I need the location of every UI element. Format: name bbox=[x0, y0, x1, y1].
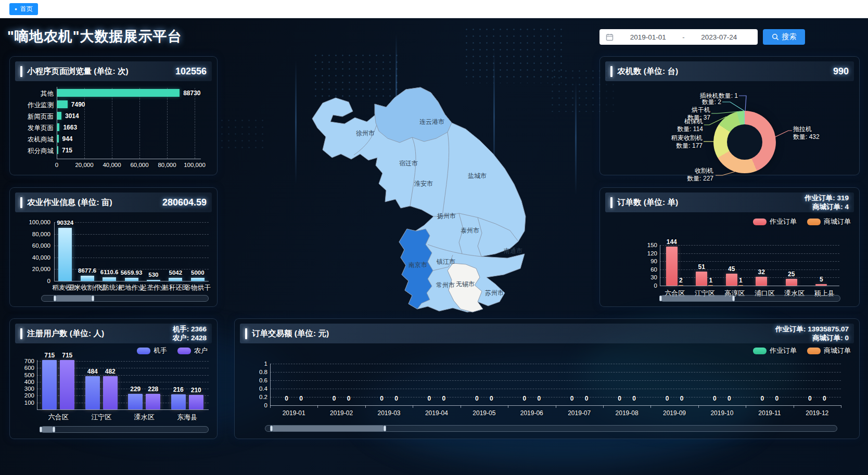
bar[interactable] bbox=[57, 146, 58, 154]
bar[interactable] bbox=[57, 112, 61, 120]
tab-home[interactable]: ● 首页 bbox=[9, 3, 38, 15]
bar[interactable] bbox=[57, 135, 59, 143]
users-bar-chart[interactable]: 100200300400500600700715715六合区484482江宁区2… bbox=[15, 353, 213, 422]
bar[interactable] bbox=[679, 285, 683, 286]
data-point-label: 0 bbox=[285, 395, 288, 402]
bar-value-label: 482 bbox=[105, 368, 116, 375]
datazoom-handle-left[interactable] bbox=[40, 427, 42, 432]
bar[interactable] bbox=[57, 89, 180, 97]
panel-orders: 订单数 (单位: 单) 作业订单: 319 商城订单: 4 作业订单 商城订单 … bbox=[599, 187, 860, 307]
jiangsu-province-map[interactable]: 徐州市连云港市宿迁市淮安市盐城市扬州市泰州市南通市南京市镇江市常州市无锡市苏州市 bbox=[245, 77, 567, 322]
datazoom-handle-left[interactable] bbox=[270, 426, 273, 431]
header-accent-bar bbox=[20, 197, 22, 208]
category-label: 溧水区 bbox=[134, 413, 155, 422]
datazoom-handle-right[interactable] bbox=[92, 296, 94, 301]
date-end-value[interactable]: 2023-07-24 bbox=[687, 33, 751, 41]
machines-donut-chart[interactable]: 拖拉机 数量: 432收割机 数量: 227稻麦收割机 数量: 177植保机 数… bbox=[600, 80, 860, 176]
bar[interactable] bbox=[815, 284, 827, 286]
bar[interactable] bbox=[146, 394, 160, 409]
datazoom-handle-right[interactable] bbox=[732, 296, 735, 301]
datazoom-thumb[interactable] bbox=[271, 426, 385, 431]
data-point-label: 0 bbox=[775, 395, 779, 402]
category-label: 2019-02 bbox=[330, 409, 353, 417]
map-city-label: 南京市 bbox=[409, 261, 427, 268]
bar-value-label: 3014 bbox=[65, 112, 79, 120]
farmwork-datazoom-slider[interactable] bbox=[41, 295, 209, 302]
amount-datazoom-slider[interactable] bbox=[265, 425, 837, 432]
bar-value-label: 944 bbox=[62, 135, 73, 143]
bar[interactable] bbox=[708, 285, 713, 286]
bar[interactable] bbox=[169, 278, 182, 281]
datazoom-handle-right[interactable] bbox=[53, 427, 55, 432]
map-region-lianyungang[interactable] bbox=[375, 87, 452, 143]
bar[interactable] bbox=[786, 279, 797, 286]
bar[interactable] bbox=[738, 285, 743, 286]
grid-line bbox=[54, 222, 209, 223]
bar[interactable] bbox=[81, 276, 94, 281]
axis-tick-label: 40,000 bbox=[98, 162, 125, 168]
axis-tick bbox=[365, 405, 366, 408]
bar[interactable] bbox=[57, 100, 68, 108]
bar[interactable] bbox=[57, 123, 59, 131]
category-label: 其他 bbox=[15, 89, 54, 98]
data-point-label: 0 bbox=[585, 395, 589, 402]
bar-value-label: 530 bbox=[148, 272, 158, 278]
datazoom-thumb[interactable] bbox=[660, 296, 734, 301]
orders-bar-chart[interactable]: 03060901201501442六合区511江宁区451高淳区32浦口区25溧… bbox=[605, 223, 855, 292]
header-accent-bar bbox=[20, 66, 22, 77]
bar[interactable] bbox=[726, 274, 737, 286]
date-start-value[interactable]: 2019-01-01 bbox=[616, 33, 680, 41]
pageviews-bar-chart[interactable]: 020,00040,00060,00080,000100,000其他88730作… bbox=[15, 86, 213, 172]
calendar-icon bbox=[606, 33, 614, 41]
axis-tick-label: 60,000 bbox=[126, 162, 153, 168]
bar[interactable] bbox=[42, 360, 57, 409]
datazoom-handle-left[interactable] bbox=[659, 296, 662, 301]
date-range-picker[interactable]: 2019-01-01 - 2023-07-24 bbox=[599, 29, 758, 45]
bar[interactable] bbox=[191, 278, 205, 281]
amount-line-chart[interactable]: 00.20.40.60.812019-01002019-02002019-030… bbox=[240, 353, 855, 421]
orders-datazoom-slider[interactable] bbox=[660, 295, 840, 302]
bar[interactable] bbox=[171, 394, 186, 409]
axis-tick bbox=[698, 405, 699, 408]
panel-amount-stats: 作业订单: 13935875.07 商城订单: 0 bbox=[775, 325, 849, 342]
grid-line bbox=[167, 88, 168, 159]
data-point-label: 0 bbox=[570, 395, 574, 402]
search-button[interactable]: 搜索 bbox=[763, 29, 805, 45]
panel-farmwork-title: 农业作业信息 (单位: 亩) bbox=[27, 197, 112, 208]
bar[interactable] bbox=[756, 277, 767, 286]
bar[interactable] bbox=[103, 376, 118, 409]
datazoom-thumb[interactable] bbox=[55, 296, 93, 301]
data-point-label: 0 bbox=[823, 395, 826, 402]
datazoom-handle-right[interactable] bbox=[384, 426, 386, 431]
bar[interactable] bbox=[103, 277, 116, 281]
bar[interactable] bbox=[128, 394, 143, 409]
axis-tick bbox=[508, 405, 508, 408]
grid-line bbox=[54, 246, 209, 246]
users-datazoom-slider[interactable] bbox=[40, 426, 209, 433]
bar[interactable] bbox=[666, 247, 678, 286]
bar[interactable] bbox=[189, 395, 203, 409]
y-axis-line bbox=[270, 364, 271, 405]
farmwork-bar-chart[interactable]: 020,00040,00060,00080,000100,00090324稻麦收… bbox=[15, 216, 213, 293]
map-city-label: 连云港市 bbox=[419, 118, 444, 125]
datazoom-handle-left[interactable] bbox=[54, 296, 56, 301]
bar[interactable] bbox=[696, 272, 707, 286]
panel-users-stats: 机手: 2366 农户: 2428 bbox=[173, 325, 207, 342]
data-point-label: 0 bbox=[380, 395, 384, 402]
axis-tick-label: 0.6 bbox=[240, 377, 267, 383]
bar[interactable] bbox=[60, 360, 74, 409]
category-label: 2019-01 bbox=[283, 409, 305, 417]
header-accent-bar bbox=[245, 328, 247, 339]
main-background: "嘀地农机"大数据展示平台 2019-01-01 - 2023-07-24 搜索 bbox=[0, 18, 868, 475]
bar[interactable] bbox=[147, 280, 160, 281]
header-accent-bar bbox=[610, 66, 612, 77]
bar[interactable] bbox=[85, 376, 100, 409]
grid-line bbox=[112, 88, 112, 159]
panel-farmwork-header: 农业作业信息 (单位: 亩) 280604.59 bbox=[15, 192, 212, 212]
grid-line bbox=[270, 389, 841, 389]
category-label: 作业监测 bbox=[15, 101, 54, 110]
bar[interactable] bbox=[125, 278, 138, 281]
datazoom-thumb[interactable] bbox=[41, 427, 54, 432]
bar[interactable] bbox=[58, 228, 72, 281]
axis-tick-label: 0 bbox=[43, 162, 70, 168]
